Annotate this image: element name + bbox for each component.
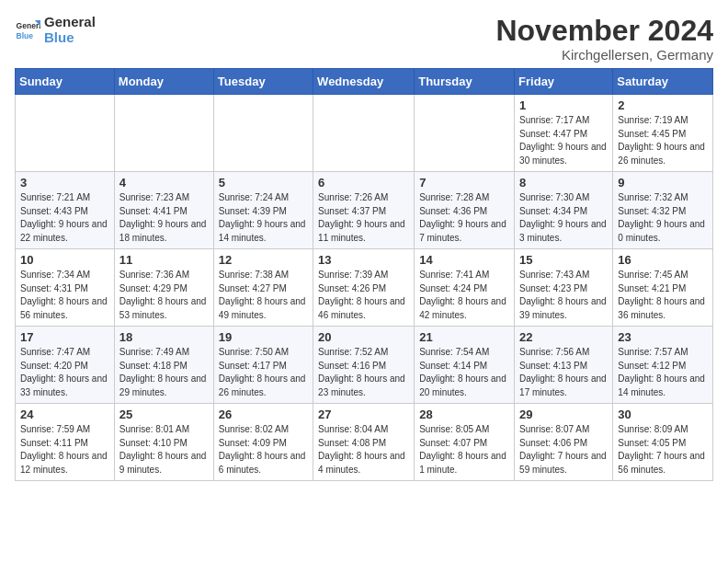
table-cell: 5Sunrise: 7:24 AM Sunset: 4:39 PM Daylig… <box>213 172 313 249</box>
header-sunday: Sunday <box>16 69 115 95</box>
day-number: 28 <box>419 408 509 421</box>
week-row-2: 10Sunrise: 7:34 AM Sunset: 4:31 PM Dayli… <box>16 249 713 327</box>
day-info: Sunrise: 7:24 AM Sunset: 4:39 PM Dayligh… <box>219 191 308 245</box>
day-number: 7 <box>419 176 509 190</box>
day-number: 26 <box>219 408 308 421</box>
day-number: 2 <box>618 98 708 112</box>
day-number: 13 <box>318 253 409 267</box>
header-wednesday: Wednesday <box>313 69 415 95</box>
table-cell: 8Sunrise: 7:30 AM Sunset: 4:34 PM Daylig… <box>515 172 613 249</box>
header-row: Sunday Monday Tuesday Wednesday Thursday… <box>16 69 713 95</box>
day-info: Sunrise: 7:57 AM Sunset: 4:12 PM Dayligh… <box>618 346 708 399</box>
week-row-3: 17Sunrise: 7:47 AM Sunset: 4:20 PM Dayli… <box>16 327 713 404</box>
table-cell: 26Sunrise: 8:02 AM Sunset: 4:09 PM Dayli… <box>213 404 313 481</box>
day-info: Sunrise: 7:36 AM Sunset: 4:29 PM Dayligh… <box>119 269 209 322</box>
day-info: Sunrise: 8:01 AM Sunset: 4:10 PM Dayligh… <box>119 423 209 477</box>
table-cell: 15Sunrise: 7:43 AM Sunset: 4:23 PM Dayli… <box>515 249 613 327</box>
day-info: Sunrise: 7:17 AM Sunset: 4:47 PM Dayligh… <box>519 114 608 167</box>
day-info: Sunrise: 7:41 AM Sunset: 4:24 PM Dayligh… <box>419 269 509 322</box>
table-cell: 28Sunrise: 8:05 AM Sunset: 4:07 PM Dayli… <box>415 404 515 481</box>
day-number: 30 <box>618 408 708 421</box>
day-number: 19 <box>219 330 308 344</box>
day-number: 20 <box>318 330 409 344</box>
title-block: November 2024 Kirchgellersen, Germany <box>495 15 713 63</box>
day-info: Sunrise: 7:47 AM Sunset: 4:20 PM Dayligh… <box>20 346 109 399</box>
day-number: 24 <box>20 408 109 421</box>
day-info: Sunrise: 7:39 AM Sunset: 4:26 PM Dayligh… <box>318 269 409 322</box>
table-cell: 14Sunrise: 7:41 AM Sunset: 4:24 PM Dayli… <box>415 249 515 327</box>
day-info: Sunrise: 7:59 AM Sunset: 4:11 PM Dayligh… <box>20 423 109 477</box>
table-cell: 10Sunrise: 7:34 AM Sunset: 4:31 PM Dayli… <box>16 249 115 327</box>
day-info: Sunrise: 7:38 AM Sunset: 4:27 PM Dayligh… <box>219 269 308 322</box>
day-info: Sunrise: 7:28 AM Sunset: 4:36 PM Dayligh… <box>419 191 509 245</box>
day-number: 22 <box>519 330 608 344</box>
table-cell: 23Sunrise: 7:57 AM Sunset: 4:12 PM Dayli… <box>613 327 713 404</box>
week-row-1: 3Sunrise: 7:21 AM Sunset: 4:43 PM Daylig… <box>16 172 713 249</box>
table-cell: 21Sunrise: 7:54 AM Sunset: 4:14 PM Dayli… <box>415 327 515 404</box>
header-monday: Monday <box>114 69 213 95</box>
day-number: 27 <box>318 408 409 421</box>
day-number: 10 <box>20 253 109 267</box>
table-cell <box>213 95 313 172</box>
table-cell: 11Sunrise: 7:36 AM Sunset: 4:29 PM Dayli… <box>114 249 213 327</box>
table-cell <box>16 95 115 172</box>
table-cell: 22Sunrise: 7:56 AM Sunset: 4:13 PM Dayli… <box>515 327 613 404</box>
table-cell: 27Sunrise: 8:04 AM Sunset: 4:08 PM Dayli… <box>313 404 415 481</box>
table-cell: 25Sunrise: 8:01 AM Sunset: 4:10 PM Dayli… <box>114 404 213 481</box>
location: Kirchgellersen, Germany <box>495 47 713 63</box>
day-info: Sunrise: 7:50 AM Sunset: 4:17 PM Dayligh… <box>219 346 308 399</box>
table-cell: 4Sunrise: 7:23 AM Sunset: 4:41 PM Daylig… <box>114 172 213 249</box>
header-thursday: Thursday <box>415 69 515 95</box>
day-info: Sunrise: 7:30 AM Sunset: 4:34 PM Dayligh… <box>519 191 608 245</box>
logo: General Blue General Blue <box>15 15 96 45</box>
day-number: 18 <box>119 330 209 344</box>
day-number: 6 <box>318 176 409 190</box>
day-number: 11 <box>119 253 209 267</box>
day-info: Sunrise: 7:34 AM Sunset: 4:31 PM Dayligh… <box>20 269 109 322</box>
table-cell: 20Sunrise: 7:52 AM Sunset: 4:16 PM Dayli… <box>313 327 415 404</box>
week-row-4: 24Sunrise: 7:59 AM Sunset: 4:11 PM Dayli… <box>16 404 713 481</box>
table-cell: 29Sunrise: 8:07 AM Sunset: 4:06 PM Dayli… <box>515 404 613 481</box>
day-number: 4 <box>119 176 209 190</box>
day-number: 3 <box>20 176 109 190</box>
table-cell <box>114 95 213 172</box>
day-info: Sunrise: 7:32 AM Sunset: 4:32 PM Dayligh… <box>618 191 708 245</box>
day-info: Sunrise: 8:04 AM Sunset: 4:08 PM Dayligh… <box>318 423 409 477</box>
day-info: Sunrise: 7:21 AM Sunset: 4:43 PM Dayligh… <box>20 191 109 245</box>
table-cell <box>313 95 415 172</box>
day-number: 16 <box>618 253 708 267</box>
table-cell <box>415 95 515 172</box>
day-info: Sunrise: 8:07 AM Sunset: 4:06 PM Dayligh… <box>519 423 608 477</box>
day-number: 12 <box>219 253 308 267</box>
day-info: Sunrise: 7:43 AM Sunset: 4:23 PM Dayligh… <box>519 269 608 322</box>
calendar-table: Sunday Monday Tuesday Wednesday Thursday… <box>15 68 713 481</box>
day-number: 15 <box>519 253 608 267</box>
day-info: Sunrise: 7:49 AM Sunset: 4:18 PM Dayligh… <box>119 346 209 399</box>
logo-icon: General Blue <box>15 17 40 43</box>
header: General Blue General Blue November 2024 … <box>15 15 713 63</box>
day-number: 25 <box>119 408 209 421</box>
table-cell: 1Sunrise: 7:17 AM Sunset: 4:47 PM Daylig… <box>515 95 613 172</box>
day-number: 1 <box>519 98 608 112</box>
table-cell: 24Sunrise: 7:59 AM Sunset: 4:11 PM Dayli… <box>16 404 115 481</box>
day-info: Sunrise: 7:19 AM Sunset: 4:45 PM Dayligh… <box>618 114 708 167</box>
day-number: 5 <box>219 176 308 190</box>
header-tuesday: Tuesday <box>213 69 313 95</box>
svg-text:General: General <box>17 21 40 30</box>
table-cell: 7Sunrise: 7:28 AM Sunset: 4:36 PM Daylig… <box>415 172 515 249</box>
day-info: Sunrise: 7:56 AM Sunset: 4:13 PM Dayligh… <box>519 346 608 399</box>
day-info: Sunrise: 7:54 AM Sunset: 4:14 PM Dayligh… <box>419 346 509 399</box>
calendar-container: General Blue General Blue November 2024 … <box>0 0 728 488</box>
day-info: Sunrise: 7:52 AM Sunset: 4:16 PM Dayligh… <box>318 346 409 399</box>
day-number: 9 <box>618 176 708 190</box>
svg-text:Blue: Blue <box>17 30 34 40</box>
table-cell: 30Sunrise: 8:09 AM Sunset: 4:05 PM Dayli… <box>613 404 713 481</box>
day-info: Sunrise: 8:05 AM Sunset: 4:07 PM Dayligh… <box>419 423 509 477</box>
table-cell: 6Sunrise: 7:26 AM Sunset: 4:37 PM Daylig… <box>313 172 415 249</box>
month-title: November 2024 <box>495 15 713 47</box>
week-row-0: 1Sunrise: 7:17 AM Sunset: 4:47 PM Daylig… <box>16 95 713 172</box>
day-info: Sunrise: 8:09 AM Sunset: 4:05 PM Dayligh… <box>618 423 708 477</box>
table-cell: 9Sunrise: 7:32 AM Sunset: 4:32 PM Daylig… <box>613 172 713 249</box>
day-info: Sunrise: 7:45 AM Sunset: 4:21 PM Dayligh… <box>618 269 708 322</box>
table-cell: 19Sunrise: 7:50 AM Sunset: 4:17 PM Dayli… <box>213 327 313 404</box>
